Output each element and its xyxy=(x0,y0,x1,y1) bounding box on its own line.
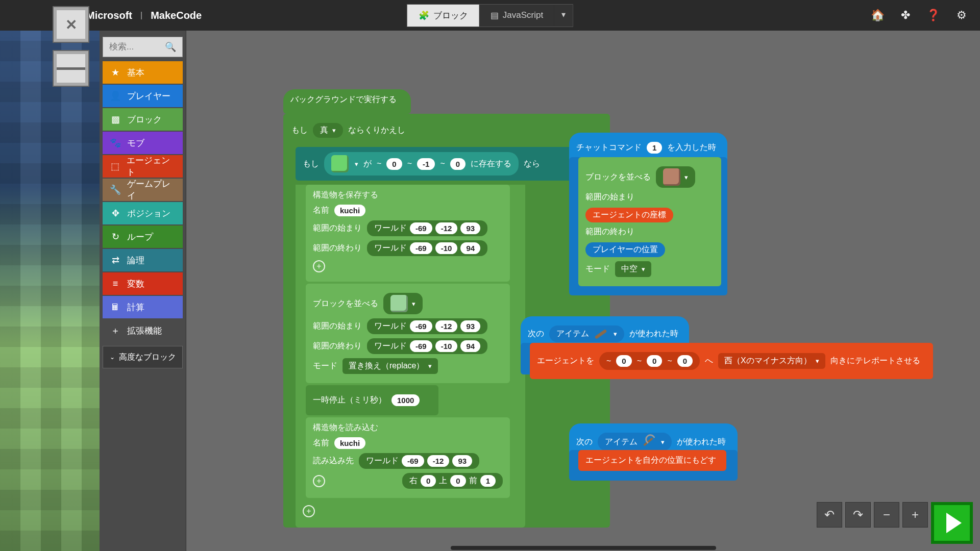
item1-frame[interactable]: エージェントを ~0 ~0 ~0 へ 西（Xのマイナス方向）▾ 向きにテレポート… xyxy=(521,343,689,374)
stick-icon xyxy=(595,329,607,339)
category-3[interactable]: 🐾モブ xyxy=(103,132,183,154)
search-input[interactable] xyxy=(109,42,165,52)
settings-icon[interactable]: ⚙ xyxy=(957,9,967,22)
category-1[interactable]: 👤プレイヤー xyxy=(103,85,183,107)
block-canvas[interactable]: バックグラウンドで実行する もし 真▾ ならくりかえし もし ▾ が ~0 ~-… xyxy=(186,31,980,551)
add-icon[interactable]: + xyxy=(303,505,315,517)
share-icon[interactable]: ✤ xyxy=(901,9,910,22)
item-picker-2[interactable]: アイテム▾ xyxy=(598,433,672,451)
world-from-1[interactable]: ワールド -69-1293 xyxy=(367,220,487,236)
redo-button[interactable]: ↷ xyxy=(845,502,871,528)
category-9[interactable]: ≡変数 xyxy=(103,272,183,295)
bottom-controls: ↶ ↷ − + xyxy=(817,502,973,544)
category-11[interactable]: ＋拡張機能 xyxy=(103,319,183,342)
fill-block[interactable]: ブロックを並べる ▾ 範囲の始まり ワールド -69-1293 範囲の終わり ワ… xyxy=(306,284,510,383)
category-icon: 🔧 xyxy=(110,184,121,195)
category-icon: 👤 xyxy=(110,90,121,102)
play-button[interactable] xyxy=(931,502,973,544)
if-test-pill[interactable]: ▾ が ~0 ~-1 ~0 に存在する xyxy=(324,152,519,176)
category-10[interactable]: 🖩計算 xyxy=(103,296,183,318)
category-8[interactable]: ⇄論理 xyxy=(103,249,183,271)
top-icons: 🏠 ✤ ❓ ⚙ xyxy=(871,9,974,22)
hat-run-background[interactable]: バックグラウンドで実行する xyxy=(283,89,411,114)
chat-body-frame[interactable]: ブロックを並べる▾ 範囲の始まりエージェントの座標 範囲の終わりプレイヤーの位置… xyxy=(569,157,727,295)
category-icon: ⬚ xyxy=(110,161,120,172)
direction-picker[interactable]: 西（Xのマイナス方向）▾ xyxy=(718,353,825,369)
category-icon: ↻ xyxy=(110,231,121,242)
block-icon: 🧩 xyxy=(419,10,429,21)
brand-microsoft: Microsoft xyxy=(86,10,132,21)
game-preview xyxy=(0,31,100,551)
pause-block[interactable]: 一時停止（ミリ秒）1000 xyxy=(306,385,438,415)
block-cube-icon xyxy=(390,295,408,312)
category-4[interactable]: ⬚エージェント xyxy=(103,155,183,178)
expand-icon[interactable]: + xyxy=(313,475,325,487)
block-cube-icon xyxy=(331,155,349,172)
tab-javascript[interactable]: ▤JavaScript xyxy=(479,5,554,27)
js-icon: ▤ xyxy=(491,10,499,21)
expand-icon[interactable]: + xyxy=(313,260,325,272)
undo-button[interactable]: ↶ xyxy=(817,502,842,528)
category-7[interactable]: ↻ループ xyxy=(103,226,183,248)
category-2[interactable]: ▩ブロック xyxy=(103,108,183,131)
world-to-1[interactable]: ワールド -69-1094 xyxy=(367,240,487,256)
help-icon[interactable]: ❓ xyxy=(926,9,940,22)
home-icon[interactable]: 🏠 xyxy=(871,9,885,22)
category-icon: ▩ xyxy=(110,114,121,125)
category-icon: 🐾 xyxy=(110,137,121,148)
load-structure-block[interactable]: 構造物を読み込む 名前kuchi 読み込み先 ワールド -69-1293 + 右… xyxy=(306,417,510,498)
search-icon[interactable]: 🔍 xyxy=(165,41,176,53)
horizontal-scrollbar[interactable] xyxy=(451,546,716,550)
zoom-in-button[interactable]: + xyxy=(902,502,928,528)
category-icon: ≡ xyxy=(110,279,121,289)
pickaxe-icon xyxy=(643,436,655,448)
fill-block-picker[interactable]: ▾ xyxy=(383,293,423,314)
category-icon: 🖩 xyxy=(110,302,121,313)
agent-return-block[interactable]: エージェントを自分の位置にもどす xyxy=(578,450,726,471)
save-structure-block[interactable]: 構造物を保存する 名前kuchi 範囲の始まり ワールド -69-1293 範囲… xyxy=(306,185,510,282)
agent-teleport-block[interactable]: エージェントを ~0 ~0 ~0 へ 西（Xのマイナス方向）▾ 向きにテレポート… xyxy=(530,343,933,379)
block-cube-icon xyxy=(663,168,680,186)
category-5[interactable]: 🔧ゲームプレイ xyxy=(103,179,183,201)
agent-pos-pill[interactable]: エージェントの座標 xyxy=(585,208,673,222)
player-pos-pill[interactable]: プレイヤーの位置 xyxy=(585,242,665,257)
category-0[interactable]: ★基本 xyxy=(103,61,183,84)
category-icon: ✥ xyxy=(110,208,121,219)
category-icon: ⇄ xyxy=(110,255,121,266)
editor-switch: 🧩ブロック ▤JavaScript ▾ xyxy=(407,4,573,27)
chevron-down-icon: ⌄ xyxy=(110,354,115,361)
search-row: 🔍 xyxy=(103,37,183,57)
toolbox-sidebar: 🔍 ★基本👤プレイヤー▩ブロック🐾モブ⬚エージェント🔧ゲームプレイ✥ポジション↻… xyxy=(100,31,186,551)
category-icon: ★ xyxy=(110,67,121,78)
chat-fill-block[interactable]: ブロックを並べる▾ 範囲の始まりエージェントの座標 範囲の終わりプレイヤーの位置… xyxy=(578,157,721,286)
if-block[interactable]: もし ▾ が ~0 ~-1 ~0 に存在する なら xyxy=(296,147,597,181)
while-cond[interactable]: 真▾ xyxy=(313,123,343,138)
tab-blocks[interactable]: 🧩ブロック xyxy=(407,5,479,27)
top-bar: Microsoft | MakeCode 🧩ブロック ▤JavaScript ▾… xyxy=(0,0,980,31)
item-picker-1[interactable]: アイテム▾ xyxy=(549,325,624,342)
fullscreen-button[interactable] xyxy=(54,7,88,42)
advanced-toggle[interactable]: ⌄高度なブロック xyxy=(103,346,183,368)
item2-frame[interactable]: エージェントを自分の位置にもどす xyxy=(569,450,738,481)
category-6[interactable]: ✥ポジション xyxy=(103,202,183,224)
category-icon: ＋ xyxy=(110,324,121,337)
zoom-out-button[interactable]: − xyxy=(874,502,899,528)
menu-button[interactable] xyxy=(54,51,88,86)
fill-mode[interactable]: 置き換え（replace）▾ xyxy=(342,358,438,374)
brand-makecode: MakeCode xyxy=(151,10,202,21)
editor-switch-chevron[interactable]: ▾ xyxy=(554,5,573,27)
